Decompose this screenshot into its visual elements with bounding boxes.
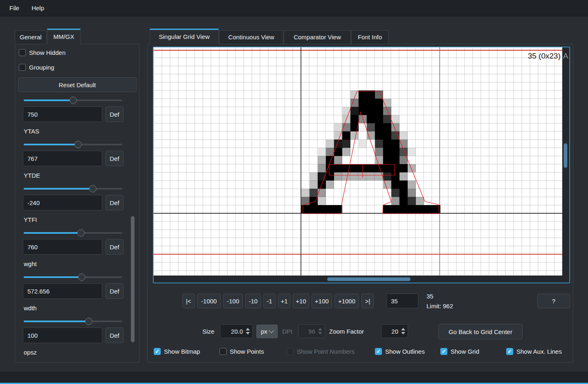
glyph-grid-view[interactable]: 35 (0x23)A [153, 47, 570, 285]
glyph-canvas[interactable]: 35 (0x23)A [153, 47, 570, 283]
bitmap-pixel [383, 156, 391, 164]
slider-handle[interactable] [78, 273, 85, 281]
unit-combo[interactable]: px [256, 325, 278, 338]
toggle-show-bitmap[interactable]: ✓Show Bitmap [154, 347, 200, 356]
nav-minus-10-button[interactable]: -10 [245, 294, 261, 308]
size-spinbox[interactable]: 20.0 [220, 324, 253, 338]
bitmap-pixel [375, 115, 383, 123]
axis-slider-ytfi[interactable] [24, 229, 122, 237]
glyph-index-input[interactable] [386, 294, 418, 308]
horizontal-scrollbar[interactable] [327, 278, 411, 281]
axis-slider-axis-0[interactable] [24, 97, 122, 104]
axis-slider-wdth[interactable] [24, 318, 122, 325]
vertical-scrollbar[interactable] [564, 143, 568, 168]
bitmap-pixel [399, 140, 408, 148]
bitmap-pixel [326, 205, 334, 213]
chevron-down-icon [269, 328, 274, 333]
axis-default-button-ytde[interactable]: Def [105, 195, 123, 210]
bitmap-pixel [318, 197, 326, 205]
axis-default-button-wdth[interactable]: Def [105, 328, 123, 343]
bottom-bar: Amstelvar-avar2.ttf↑↓Close0: Amstelvar R… [0, 372, 588, 384]
axis-default-button-ytfi[interactable]: Def [105, 239, 123, 255]
axis-value-input-ytas[interactable] [23, 151, 102, 166]
axis-value-input-ytde[interactable] [23, 195, 102, 210]
nav-minus-1-button[interactable]: -1 [263, 294, 276, 308]
bitmap-pixel [375, 99, 383, 107]
axis-slider-ytde[interactable] [24, 185, 122, 192]
unit-combo-value: px [261, 328, 267, 335]
tab-mm-gx[interactable]: MM/GX [47, 29, 81, 44]
bitmap-pixel [367, 99, 375, 107]
bitmap-pixel [334, 205, 342, 213]
axis-list-scrollbar[interactable] [131, 216, 135, 342]
toggle-show-aux-lines[interactable]: ✓Show Aux. Lines [506, 347, 562, 356]
nav-minus-100-button[interactable]: -100 [223, 294, 243, 308]
bitmap-pixel [334, 156, 342, 164]
spin-arrows-icon[interactable] [246, 328, 250, 334]
checkbox-icon [287, 348, 294, 355]
slider-handle[interactable] [89, 185, 97, 192]
bitmap-pixel [399, 148, 408, 156]
toggle-grouping[interactable]: Grouping [19, 63, 54, 72]
axis-default-button-axis-0[interactable]: Def [105, 106, 123, 122]
bitmap-pixel [367, 131, 375, 140]
nav-plus-1-button[interactable]: +1 [278, 294, 290, 308]
slider-handle[interactable] [74, 141, 82, 148]
bitmap-pixel [399, 197, 408, 205]
nav-plus-10-button[interactable]: +10 [293, 294, 309, 308]
nav-minus-1000-button[interactable]: -1000 [197, 294, 221, 308]
bitmap-pixel [334, 164, 342, 172]
axis-label-wdth: wdth [24, 305, 131, 313]
help-button[interactable]: ? [537, 294, 570, 308]
bitmap-pixel [399, 131, 408, 140]
spin-arrows-icon[interactable] [401, 328, 405, 334]
nav-plus-1000-button[interactable]: +1000 [334, 294, 359, 308]
checkbox-label: Show Aux. Lines [516, 348, 562, 355]
nav-last-button[interactable]: >| [361, 294, 374, 308]
axis-value-input-ytfi[interactable] [23, 239, 102, 255]
axis-default-button-ytas[interactable]: Def [105, 151, 123, 166]
bitmap-pixel [342, 140, 350, 148]
grid-center-button[interactable]: Go Back to Grid Center [438, 324, 523, 339]
axis-slider-wght[interactable] [24, 273, 122, 281]
bitmap-pixel [367, 107, 375, 115]
checkbox-icon: ✓ [506, 348, 513, 355]
toggle-show-hidden[interactable]: Show Hidden [19, 48, 65, 57]
slider-fill [24, 188, 93, 190]
bitmap-pixel [383, 205, 391, 213]
toggle-show-grid[interactable]: ✓Show Grid [440, 347, 479, 356]
nav-plus-100-button[interactable]: +100 [312, 294, 332, 308]
slider-handle[interactable] [77, 229, 85, 237]
menu-help[interactable]: Help [25, 0, 50, 16]
axis-slider-ytas[interactable] [24, 141, 122, 148]
bitmap-pixel [310, 172, 318, 181]
spin-value: 96 [308, 328, 315, 335]
toggle-show-points[interactable]: Show Points [220, 347, 264, 356]
axis-value-input-wght[interactable] [23, 283, 102, 299]
tab-comparator-view[interactable]: Comparator View [284, 30, 351, 44]
slider-handle[interactable] [70, 97, 77, 104]
size-label: Size [202, 324, 214, 339]
bitmap-pixel [383, 164, 391, 172]
axis-value-input-wdth[interactable] [23, 328, 102, 343]
tab-singular-grid-view[interactable]: Singular Grid View [150, 29, 219, 44]
bitmap-pixel [367, 164, 375, 172]
tab-general[interactable]: General [15, 30, 47, 44]
axis-value-row-axis-0: Def [23, 106, 131, 122]
nav-first-button[interactable]: |< [182, 294, 195, 308]
reset-default-button[interactable]: Reset Default [18, 77, 137, 92]
slider-handle[interactable] [85, 318, 92, 325]
slider-fill [24, 232, 81, 234]
zoom-factor-spinbox[interactable]: 20 [381, 324, 408, 338]
tab-continuous-view[interactable]: Continuous View [219, 30, 283, 44]
bitmap-pixel [375, 131, 383, 140]
menu-file[interactable]: File [3, 0, 25, 16]
axis-default-button-wght[interactable]: Def [105, 283, 123, 299]
tab-font-info[interactable]: Font Info [351, 30, 388, 44]
bitmap-pixel [424, 205, 432, 213]
bitmap-pixel [383, 172, 391, 181]
toggle-show-outlines[interactable]: ✓Show Outlines [375, 347, 425, 356]
axis-value-input-axis-0[interactable] [23, 106, 102, 122]
spin-up-icon [246, 328, 250, 330]
checkbox-label: Grouping [29, 64, 54, 71]
